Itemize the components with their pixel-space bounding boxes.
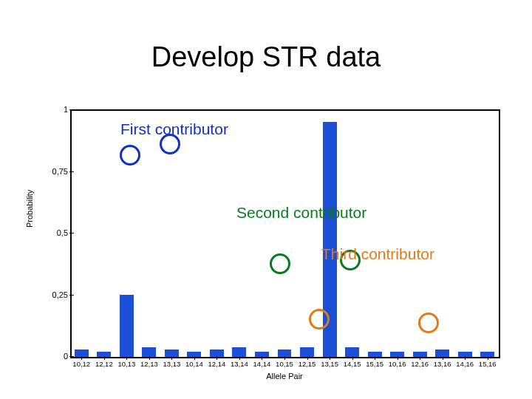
ytick-label: 1 <box>64 105 68 114</box>
bar <box>120 295 134 357</box>
page-title: Develop STR data <box>0 41 532 73</box>
label-third-contributor: Third contributor <box>321 245 434 263</box>
ytick-label: 0,25 <box>52 290 68 299</box>
xtick-label: 15,16 <box>479 360 497 368</box>
marker-first-1 <box>120 145 140 166</box>
ytick-label: 0,5 <box>57 228 68 237</box>
bar <box>187 352 201 357</box>
bar <box>97 352 111 357</box>
ytick-3: 0,75 <box>47 168 68 176</box>
marker-second-1 <box>270 253 290 274</box>
bar <box>435 349 449 357</box>
label-second-contributor: Second contributor <box>236 204 366 222</box>
xtick-label: 10,14 <box>185 360 203 368</box>
bar <box>413 352 427 357</box>
ytick-label: 0,75 <box>52 167 68 176</box>
bar <box>345 347 359 357</box>
bar <box>368 352 382 357</box>
xtick-label: 14,16 <box>456 360 474 368</box>
xtick-label: 12,12 <box>95 360 113 368</box>
y-axis-label: Probability <box>25 190 34 228</box>
xtick-label: 12,16 <box>411 360 429 368</box>
marker-third-2 <box>418 313 439 333</box>
ytick-4: 1 <box>47 106 68 114</box>
bar <box>210 349 224 357</box>
slide: Develop STR data 0 0,25 0,5 0,75 1 Proba… <box>0 0 532 399</box>
xtick-label: 10,13 <box>117 360 135 368</box>
xtick-label: 13,13 <box>163 360 180 368</box>
xtick-label: 10,16 <box>389 360 406 368</box>
bar <box>255 352 269 357</box>
bar <box>165 349 179 357</box>
bar <box>142 347 156 357</box>
bar <box>300 347 314 357</box>
bar <box>458 352 472 357</box>
marker-third-1 <box>309 309 330 330</box>
xtick-label: 10,15 <box>276 360 293 368</box>
xtick-label: 14,15 <box>344 360 361 368</box>
ytick-1: 0,25 <box>47 291 68 299</box>
label-first-contributor: First contributor <box>120 120 228 138</box>
xtick-label: 12,14 <box>208 360 226 368</box>
xtick-label: 12,15 <box>299 360 316 368</box>
chart: 0 0,25 0,5 0,75 1 Probability Allele Pai… <box>22 102 510 383</box>
ytick-0: 0 <box>47 352 68 361</box>
bar <box>480 352 494 357</box>
xtick-label: 12,13 <box>140 360 158 368</box>
xtick-label: 10,12 <box>72 360 90 368</box>
x-axis-label: Allele Pair <box>70 372 499 381</box>
bar <box>75 349 89 357</box>
ytick-label: 0 <box>64 352 68 361</box>
xtick-label: 13,15 <box>321 360 338 368</box>
bar <box>232 347 246 357</box>
xtick-label: 13,16 <box>434 360 451 368</box>
xtick-label: 14,14 <box>253 360 271 368</box>
bar <box>390 352 404 357</box>
xtick-label: 15,15 <box>366 360 383 368</box>
xtick-label: 13,14 <box>231 360 248 368</box>
ytick-2: 0,5 <box>47 229 68 237</box>
bar <box>278 349 292 357</box>
